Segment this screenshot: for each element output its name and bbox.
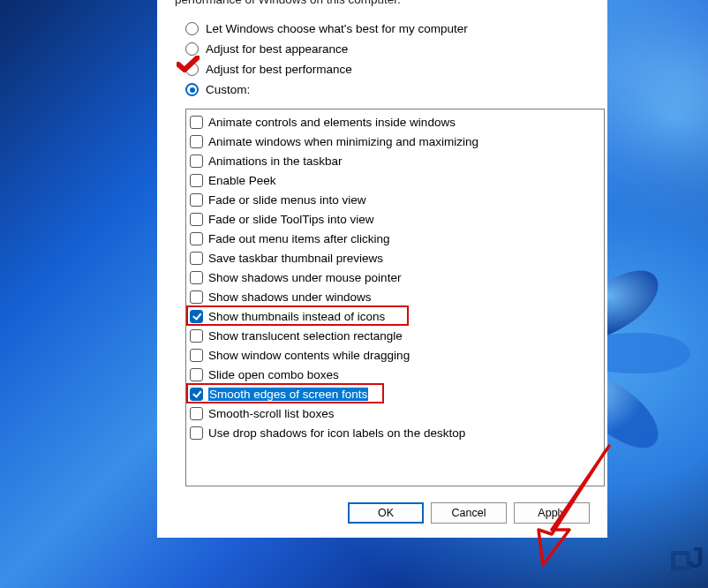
- option-animate-windows[interactable]: Animate windows when minimizing and maxi…: [188, 132, 602, 151]
- option-label: Smooth-scroll list boxes: [208, 407, 335, 420]
- option-label: Animations in the taskbar: [208, 155, 343, 168]
- checkbox-icon: [190, 155, 203, 168]
- option-label: Fade or slide ToolTips into view: [208, 213, 374, 226]
- checkbox-icon: [190, 349, 203, 362]
- option-enable-peek[interactable]: Enable Peek: [188, 170, 602, 190]
- option-label: Fade out menu items after clicking: [208, 232, 390, 245]
- radio-let-windows-choose[interactable]: Let Windows choose what's best for my co…: [185, 19, 591, 39]
- option-label: Show shadows under mouse pointer: [208, 271, 401, 284]
- checkbox-icon: [190, 329, 203, 343]
- performance-options-dialog: performance of Windows on this computer.…: [157, 0, 607, 538]
- watermark-logo: J: [671, 538, 703, 572]
- option-window-contents-dragging[interactable]: Show window contents while dragging: [188, 345, 602, 365]
- checkbox-icon: [190, 116, 203, 129]
- checkbox-icon: [190, 135, 203, 148]
- radio-label: Let Windows choose what's best for my co…: [206, 22, 468, 35]
- option-animate-controls[interactable]: Animate controls and elements inside win…: [188, 112, 602, 132]
- checkbox-icon: [190, 310, 203, 323]
- option-label: Use drop shadows for icon labels on the …: [208, 426, 465, 440]
- option-smooth-edges-fonts[interactable]: Smooth edges of screen fonts: [188, 384, 602, 403]
- checkbox-icon: [190, 213, 203, 226]
- checkbox-icon: [190, 252, 203, 265]
- visual-effects-radio-group: Let Windows choose what's best for my co…: [185, 19, 591, 100]
- checkbox-icon: [190, 407, 203, 420]
- checkbox-icon: [190, 290, 203, 304]
- option-fade-slide-menus[interactable]: Fade or slide menus into view: [188, 190, 602, 209]
- checkbox-icon: [190, 426, 203, 440]
- checkbox-icon: [190, 368, 203, 381]
- checkbox-icon: [190, 174, 203, 187]
- radio-label: Custom:: [206, 83, 250, 96]
- checkbox-icon: [190, 232, 203, 245]
- dialog-buttons: OK Cancel Apply: [173, 502, 590, 524]
- option-label: Save taskbar thumbnail previews: [208, 252, 383, 265]
- option-shadows-mouse[interactable]: Show shadows under mouse pointer: [188, 268, 602, 287]
- radio-label: Adjust for best appearance: [206, 42, 348, 56]
- checkbox-icon: [190, 271, 203, 284]
- checkbox-icon: [190, 388, 203, 401]
- option-label: Fade or slide menus into view: [208, 193, 366, 207]
- option-label: Show thumbnails instead of icons: [208, 310, 385, 323]
- option-slide-combo-boxes[interactable]: Slide open combo boxes: [188, 365, 602, 384]
- intro-text-truncated: performance of Windows on this computer.: [175, 0, 591, 6]
- option-smooth-scroll[interactable]: Smooth-scroll list boxes: [188, 403, 602, 423]
- ok-button[interactable]: OK: [348, 502, 424, 524]
- option-translucent-selection[interactable]: Show translucent selection rectangle: [188, 326, 602, 345]
- option-label: Animate controls and elements inside win…: [208, 116, 456, 129]
- radio-icon: [185, 42, 199, 56]
- option-label: Show shadows under windows: [208, 290, 372, 304]
- apply-button[interactable]: Apply: [514, 502, 590, 524]
- visual-effects-listbox[interactable]: Animate controls and elements inside win…: [185, 109, 605, 486]
- option-label: Show translucent selection rectangle: [208, 329, 403, 343]
- radio-icon: [185, 63, 199, 76]
- option-label: Smooth edges of screen fonts: [208, 388, 368, 401]
- option-label: Slide open combo boxes: [208, 368, 339, 381]
- option-fade-out-menu[interactable]: Fade out menu items after clicking: [188, 229, 602, 248]
- option-save-taskbar-thumbnails[interactable]: Save taskbar thumbnail previews: [188, 248, 602, 268]
- radio-icon: [185, 22, 199, 35]
- option-fade-slide-tooltips[interactable]: Fade or slide ToolTips into view: [188, 209, 602, 229]
- radio-best-appearance[interactable]: Adjust for best appearance: [185, 39, 591, 59]
- option-drop-shadows-desktop[interactable]: Use drop shadows for icon labels on the …: [188, 423, 602, 442]
- option-label: Show window contents while dragging: [208, 349, 410, 362]
- option-label: Animate windows when minimizing and maxi…: [208, 135, 478, 148]
- radio-best-performance[interactable]: Adjust for best performance: [185, 59, 591, 79]
- cancel-button[interactable]: Cancel: [431, 502, 507, 524]
- radio-custom[interactable]: Custom:: [185, 79, 591, 100]
- option-animations-taskbar[interactable]: Animations in the taskbar: [188, 151, 602, 170]
- option-show-thumbnails[interactable]: Show thumbnails instead of icons: [188, 306, 602, 326]
- option-label: Enable Peek: [208, 174, 276, 187]
- option-shadows-windows[interactable]: Show shadows under windows: [188, 287, 602, 306]
- radio-label: Adjust for best performance: [206, 63, 352, 76]
- checkbox-icon: [190, 193, 203, 207]
- radio-icon: [185, 83, 199, 96]
